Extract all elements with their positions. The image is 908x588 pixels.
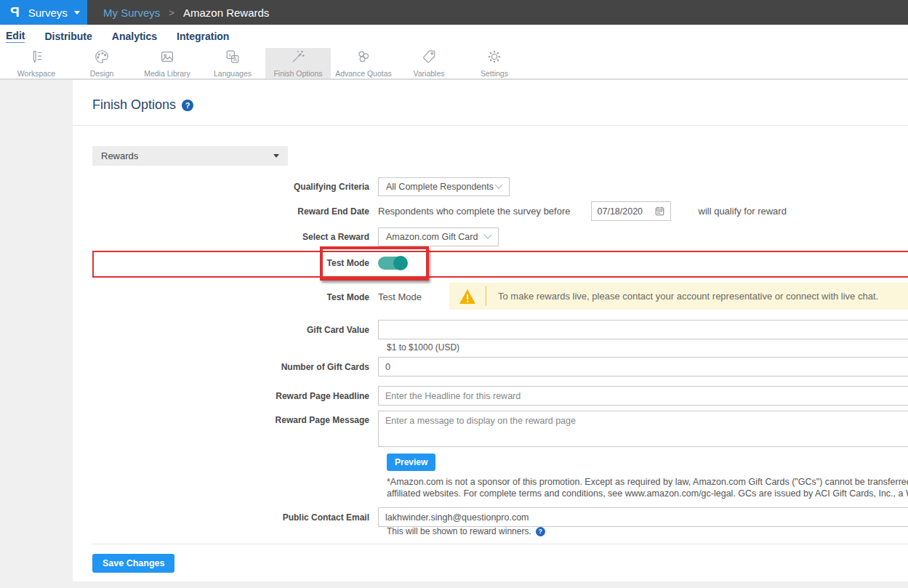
tag-icon (421, 49, 437, 68)
breadcrumb-separator: > (169, 7, 174, 18)
reward-end-date-label: Reward End Date (92, 206, 378, 217)
gift-card-value-label: Gift Card Value (92, 325, 378, 335)
toolbar-label: Workspace (17, 69, 55, 78)
reward-end-date-prefix: Respondents who complete the survey befo… (378, 206, 571, 217)
qualifying-criteria-value: All Complete Respondents (386, 182, 494, 192)
test-mode-status-value: Test Mode (378, 291, 422, 302)
chain-links-icon (355, 49, 371, 68)
toolbar-item-languages[interactable]: xA Languages (200, 48, 265, 78)
title-divider (73, 125, 908, 126)
app-menu-label: Surveys (28, 7, 68, 19)
reward-end-date-input[interactable]: 07/18/2020 (591, 201, 671, 221)
warning-triangle-icon (459, 289, 476, 305)
edit-toolbar: Workspace Design Media Library xA Langua… (0, 48, 908, 80)
reward-page-message-label: Reward Page Message (92, 411, 378, 425)
help-icon[interactable]: ? (536, 527, 545, 536)
app-logo-menu[interactable]: P Surveys (0, 0, 87, 25)
tab-analytics[interactable]: Analytics (112, 31, 157, 43)
tab-distribute[interactable]: Distribute (44, 31, 92, 43)
calendar-icon (655, 206, 664, 216)
translate-icon: xA (225, 49, 241, 68)
reward-end-date-value: 07/18/2020 (598, 206, 643, 217)
svg-text:A: A (233, 56, 237, 63)
help-icon[interactable]: ? (182, 100, 193, 111)
test-mode-toggle[interactable] (378, 257, 407, 270)
warning-divider (486, 286, 486, 306)
toolbar-label: Design (90, 69, 114, 78)
gift-card-value-input[interactable] (378, 320, 908, 339)
bottom-divider (92, 544, 908, 544)
toolbar-label: Settings (481, 69, 508, 78)
breadcrumb-my-surveys[interactable]: My Surveys (103, 7, 160, 19)
tab-integration[interactable]: Integration (177, 31, 229, 43)
warning-text: To make rewards live, please contact you… (498, 291, 878, 302)
toolbar-label: Languages (214, 69, 252, 78)
chevron-down-icon (483, 231, 491, 239)
reward-end-date-suffix: will qualify for reward (699, 206, 787, 217)
qualifying-criteria-select[interactable]: All Complete Respondents (378, 177, 510, 196)
workspace-icon (28, 49, 44, 68)
test-mode-status-label: Test Mode (92, 292, 378, 302)
finish-options-section-dropdown[interactable]: Rewards (92, 146, 288, 166)
toolbar-item-media-library[interactable]: Media Library (134, 48, 200, 78)
page-title: Finish Options (92, 97, 176, 113)
questionpro-logo-icon: P (10, 4, 20, 20)
main-nav-tabs: Edit Distribute Analytics Integration (0, 25, 908, 48)
chevron-down-icon (494, 181, 502, 189)
gear-icon (486, 49, 502, 68)
reward-page-headline-input[interactable] (378, 386, 908, 406)
select-a-reward-select[interactable]: Amazon.com Gift Card (378, 227, 499, 246)
toolbar-label: Finish Options (273, 69, 322, 78)
svg-text:x: x (229, 52, 232, 58)
public-contact-email-helper: This will be shown to reward winners. (387, 526, 531, 536)
caret-down-icon (273, 154, 279, 158)
toolbar-label: Variables (414, 69, 445, 78)
chevron-down-icon (74, 11, 80, 15)
test-mode-toggle-label: Test Mode (92, 258, 378, 268)
toolbar-item-workspace[interactable]: Workspace (4, 48, 69, 78)
magic-wand-icon (290, 49, 306, 68)
public-contact-email-input[interactable] (378, 507, 908, 527)
toolbar-item-variables[interactable]: Variables (396, 48, 462, 78)
public-contact-email-label: Public Contact Email (92, 512, 378, 523)
toolbar-item-design[interactable]: Design (69, 48, 134, 78)
toolbar-item-finish-options[interactable]: Finish Options (265, 48, 331, 78)
toggle-knob (393, 256, 408, 270)
amazon-disclaimer-line2: affiliated websites. For complete terms … (387, 488, 908, 499)
palette-icon (94, 49, 110, 68)
top-header-bar: P Surveys My Surveys > Amazon Rewards (0, 0, 908, 25)
reward-page-headline-label: Reward Page Headline (92, 391, 378, 401)
image-icon (159, 49, 175, 68)
breadcrumb: My Surveys > Amazon Rewards (103, 0, 269, 25)
toolbar-label: Media Library (144, 69, 190, 78)
reward-page-message-textarea[interactable] (378, 411, 908, 447)
toolbar-item-advance-quotas[interactable]: Advance Quotas (331, 48, 396, 78)
number-of-gift-cards-input[interactable] (378, 357, 908, 376)
amazon-disclaimer-line1: *Amazon.com is not a sponsor of this pro… (387, 477, 908, 487)
breadcrumb-current-survey: Amazon Rewards (183, 7, 269, 19)
gift-card-value-helper: $1 to $1000 (USD) (387, 342, 459, 353)
select-a-reward-value: Amazon.com Gift Card (386, 232, 478, 242)
toolbar-label: Advance Quotas (335, 69, 392, 78)
qualifying-criteria-label: Qualifying Criteria (92, 182, 378, 192)
preview-button[interactable]: Preview (387, 454, 435, 471)
section-dropdown-value: Rewards (101, 150, 138, 161)
test-mode-warning-banner: To make rewards live, please contact you… (449, 283, 908, 310)
select-a-reward-label: Select a Reward (92, 232, 378, 242)
tab-edit[interactable]: Edit (6, 30, 25, 43)
save-changes-button[interactable]: Save Changes (92, 554, 174, 573)
number-of-gift-cards-label: Number of Gift Cards (92, 362, 378, 372)
toolbar-item-settings[interactable]: Settings (462, 48, 527, 78)
